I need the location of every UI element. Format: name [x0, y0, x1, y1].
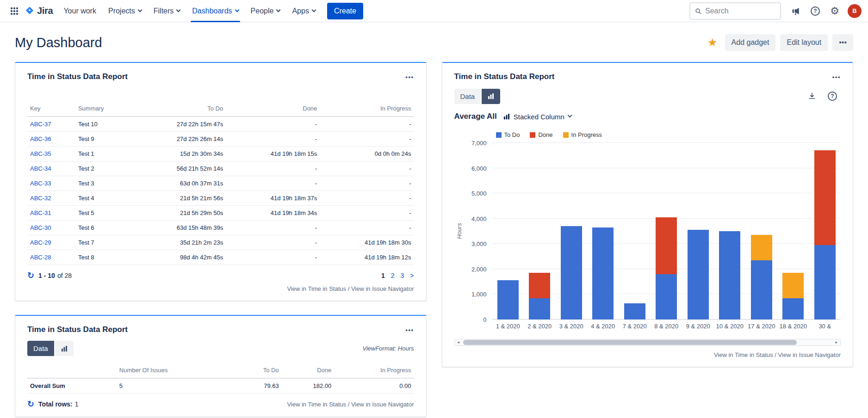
view-in-issue-navigator-link[interactable]: View in Issue Navigator — [351, 401, 414, 408]
nav-item-label: Your work — [63, 7, 96, 15]
refresh-icon[interactable]: ↻ — [27, 271, 34, 280]
issue-key-link[interactable]: ABC-36 — [30, 135, 51, 142]
issue-key-link[interactable]: ABC-34 — [30, 165, 51, 172]
stacked-bar[interactable] — [656, 143, 677, 320]
view-in-issue-navigator-link[interactable]: View in Issue Navigator — [351, 285, 414, 292]
view-in-time-in-status-link[interactable]: View in Time in Status — [714, 351, 773, 358]
jira-logo[interactable]: Jira — [22, 6, 57, 16]
chart-help-button[interactable]: ? — [824, 88, 841, 104]
help-button[interactable]: ? — [807, 3, 824, 19]
bar-slot — [492, 143, 524, 320]
scroll-left-icon[interactable]: ◄ — [455, 339, 462, 346]
issue-key-link[interactable]: ABC-29 — [30, 239, 51, 246]
nav-item-projects[interactable]: Projects — [102, 0, 148, 22]
table-cell: 41d 19h 18m 15s — [226, 147, 320, 161]
stacked-bar[interactable] — [751, 143, 772, 320]
stacked-bar[interactable] — [592, 143, 614, 320]
view-toggle-group: Data — [454, 89, 501, 104]
nav-item-people[interactable]: People — [245, 0, 286, 22]
page-number[interactable]: 1 — [381, 272, 385, 279]
bar-segment — [719, 231, 740, 320]
favorite-star-icon[interactable]: ★ — [705, 37, 720, 48]
bar-segment — [656, 217, 677, 274]
bar-segment — [497, 280, 519, 320]
gadget-more-icon[interactable]: ••• — [405, 326, 414, 333]
gadget-more-icon[interactable]: ••• — [405, 74, 414, 80]
announcements-button[interactable] — [787, 3, 804, 19]
pagination-range: 1 - 10 — [38, 272, 55, 279]
chart-view-toggle[interactable] — [55, 341, 74, 356]
chart-x-axis: 1 & 20202 & 20203 & 20204 & 20207 & 2020… — [492, 323, 841, 330]
view-in-issue-navigator-link[interactable]: View in Issue Navigator — [778, 351, 841, 358]
table-cell: - — [226, 117, 320, 132]
table-cell: 27d 22h 26m 14s — [132, 132, 226, 147]
view-in-time-in-status-link[interactable]: View in Time in Status — [287, 401, 346, 408]
nav-item-label: Filters — [154, 7, 174, 15]
y-tick-label: 7,000 — [471, 140, 487, 147]
pagination-total: of 28 — [57, 272, 72, 279]
help-icon: ? — [811, 6, 820, 16]
average-all-label: Average All — [454, 112, 497, 121]
refresh-icon[interactable]: ↻ — [27, 400, 34, 408]
view-in-time-in-status-link[interactable]: View in Time in Status — [287, 285, 346, 292]
issue-key-link[interactable]: ABC-35 — [30, 150, 51, 157]
pagination-next-icon[interactable]: > — [410, 272, 414, 279]
scrollbar-track[interactable] — [462, 339, 833, 345]
stacked-bar[interactable] — [529, 143, 550, 320]
nav-right-cluster: ? ⚙ B — [689, 2, 862, 20]
chart-x-axis-row: 1 & 20202 & 20203 & 20204 & 20207 & 2020… — [454, 323, 841, 330]
chart-type-label: Stacked Column — [514, 113, 564, 121]
issue-key-link[interactable]: ABC-28 — [30, 254, 51, 261]
scroll-right-icon[interactable]: ► — [833, 339, 840, 346]
export-button[interactable] — [804, 88, 820, 104]
issue-key-link[interactable]: ABC-37 — [30, 121, 51, 128]
chart-view-toggle[interactable] — [482, 89, 500, 104]
edit-layout-button[interactable]: Edit layout — [780, 34, 828, 51]
search-input[interactable] — [705, 7, 775, 15]
add-gadget-button[interactable]: Add gadget — [725, 34, 776, 51]
stacked-bar[interactable] — [782, 143, 804, 320]
scrollbar-thumb[interactable] — [463, 340, 797, 345]
chevron-down-icon — [176, 7, 181, 12]
create-button[interactable]: Create — [327, 3, 363, 19]
page-number[interactable]: 2 — [391, 272, 395, 279]
table-cell: - — [320, 132, 414, 147]
stacked-bar[interactable] — [624, 143, 645, 320]
stacked-bar[interactable] — [814, 143, 836, 320]
chart-horizontal-scrollbar[interactable]: ◄ ► — [454, 339, 841, 346]
nav-item-label: Dashboards — [192, 7, 232, 15]
stacked-bar[interactable] — [688, 143, 709, 320]
gadget-time-in-status-chart: Time in Status Data Report ••• Data — [442, 62, 854, 367]
app-switcher-icon[interactable] — [6, 3, 22, 19]
settings-button[interactable]: ⚙ — [826, 3, 843, 19]
search-box[interactable] — [689, 2, 781, 20]
stacked-bar[interactable] — [497, 143, 519, 320]
chart-type-dropdown[interactable]: Stacked Column — [503, 113, 571, 121]
user-avatar[interactable]: B — [848, 4, 862, 18]
issue-key-link[interactable]: ABC-32 — [30, 195, 51, 202]
megaphone-icon — [791, 6, 800, 16]
gadget-time-in-status-sum: Time in Status Data Report ••• Data View… — [15, 315, 427, 417]
nav-item-filters[interactable]: Filters — [148, 0, 186, 22]
nav-item-apps[interactable]: Apps — [286, 0, 321, 22]
status-report-table: KeySummaryTo DoDoneIn Progress ABC-37Tes… — [27, 101, 414, 265]
nav-item-your-work[interactable]: Your work — [57, 0, 102, 22]
bar-segment — [814, 245, 836, 320]
stacked-bar[interactable] — [561, 143, 582, 320]
gadget-footer-links: View in Time in Status / View in Issue N… — [27, 285, 414, 292]
gadget-more-icon[interactable]: ••• — [832, 74, 841, 80]
nav-item-dashboards[interactable]: Dashboards — [186, 0, 244, 22]
gadget-title: Time in Status Data Report — [27, 72, 128, 81]
issue-key-link[interactable]: ABC-31 — [30, 209, 51, 216]
table-cell: - — [226, 176, 320, 191]
legend-swatch — [496, 132, 502, 138]
bar-chart-icon — [503, 113, 510, 120]
issue-key-link[interactable]: ABC-30 — [30, 224, 51, 231]
stacked-bar[interactable] — [719, 143, 740, 320]
sum-header-row: Number Of IssuesTo DoDoneIn Progress — [27, 363, 414, 378]
dashboard-more-button[interactable]: ••• — [832, 34, 853, 51]
issue-key-link[interactable]: ABC-33 — [30, 180, 51, 187]
data-view-toggle[interactable]: Data — [454, 89, 481, 104]
page-number[interactable]: 3 — [401, 272, 404, 279]
data-view-toggle[interactable]: Data — [27, 341, 54, 356]
